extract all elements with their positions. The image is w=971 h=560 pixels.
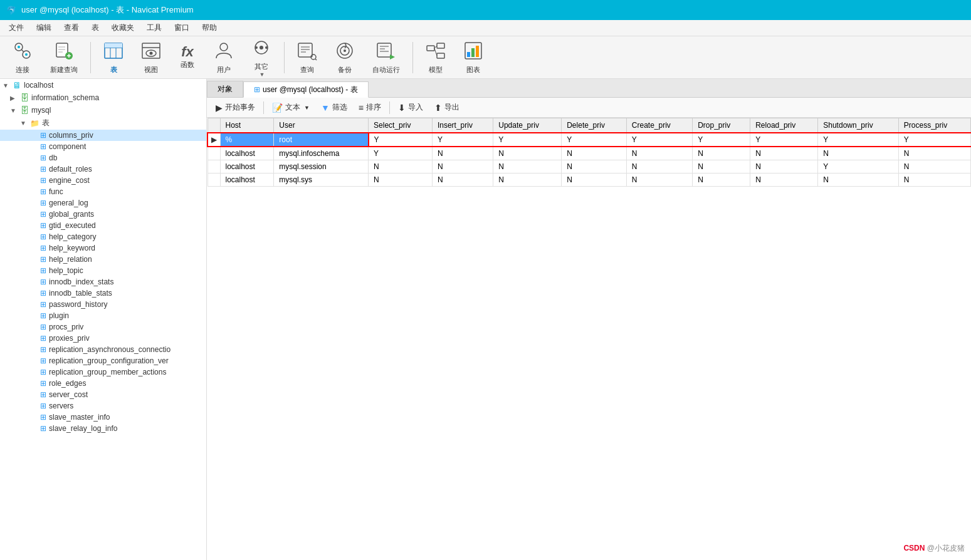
sidebar-item-global-grants[interactable]: ⊞ global_grants (0, 209, 206, 220)
table-cell[interactable]: mysql.sys (274, 174, 369, 187)
sidebar-item-proxies-priv[interactable]: ⊞ proxies_priv (0, 333, 206, 344)
toolbar-chart-btn[interactable]: 图表 (456, 38, 491, 77)
sidebar-item-role-edges[interactable]: ⊞ role_edges (0, 378, 206, 389)
toolbar-query-btn[interactable]: 查询 (290, 38, 325, 77)
sidebar-item-slave-master-info[interactable]: ⊞ slave_master_info (0, 412, 206, 423)
col-process-priv[interactable]: Process_priv (898, 118, 970, 133)
table-row[interactable]: localhostmysql.sysNNNNNNNNN (207, 174, 971, 187)
sidebar-item-help-keyword[interactable]: ⊞ help_keyword (0, 242, 206, 254)
table-cell[interactable]: N (898, 160, 970, 174)
table-cell[interactable]: N (369, 174, 433, 187)
col-delete-priv[interactable]: Delete_priv (562, 118, 627, 133)
sidebar-item-information-schema[interactable]: ▶ 🗄 information_schema (0, 91, 206, 104)
sidebar-item-localhost[interactable]: ▼ 🖥 localhost (0, 79, 206, 91)
sidebar-item-columns-priv[interactable]: ⊞ columns_priv (0, 130, 206, 141)
menu-table[interactable]: 表 (85, 21, 105, 34)
table-cell[interactable]: ▶ (207, 133, 220, 147)
table-cell[interactable]: N (750, 160, 818, 174)
table-cell[interactable] (207, 147, 220, 160)
sidebar-item-func[interactable]: ⊞ func (0, 186, 206, 197)
table-cell[interactable]: N (493, 160, 562, 174)
sidebar-item-help-category[interactable]: ⊞ help_category (0, 231, 206, 242)
export-btn[interactable]: ⬆ 导出 (429, 100, 465, 115)
menu-favorites[interactable]: 收藏夹 (105, 21, 140, 34)
table-cell[interactable]: N (493, 174, 562, 187)
toolbar-connect-btn[interactable]: 连接 (5, 38, 40, 77)
filter-btn[interactable]: ▼ 筛选 (316, 100, 352, 115)
sidebar-item-replication-async[interactable]: ⊞ replication_asynchronous_connectio (0, 344, 206, 355)
toolbar-view-btn[interactable]: 视图 (134, 38, 169, 77)
import-btn[interactable]: ⬇ 导入 (393, 100, 428, 115)
table-cell[interactable]: N (750, 147, 818, 160)
table-cell[interactable]: N (626, 160, 692, 174)
table-cell[interactable]: N (562, 147, 627, 160)
begin-transaction-btn[interactable]: ▶ 开始事务 (211, 100, 260, 115)
table-row[interactable]: localhostmysql.infoschemaYNNNNNNNN (207, 147, 971, 160)
table-cell[interactable]: Y (818, 133, 899, 147)
sidebar-item-plugin[interactable]: ⊞ plugin (0, 310, 206, 321)
sidebar-item-innodb-index-stats[interactable]: ⊞ innodb_index_stats (0, 276, 206, 288)
table-cell[interactable]: N (493, 147, 562, 160)
sidebar-item-general-log[interactable]: ⊞ general_log (0, 197, 206, 209)
tab-user-table[interactable]: ⊞ user @mysql (localhost) - 表 (243, 81, 369, 98)
sidebar-item-gtid-executed[interactable]: ⊞ gtid_executed (0, 220, 206, 231)
sidebar-item-db[interactable]: ⊞ db (0, 152, 206, 163)
table-cell[interactable]: Y (369, 133, 433, 147)
table-cell[interactable]: N (898, 174, 970, 187)
table-cell[interactable]: mysql.session (274, 160, 369, 174)
col-drop-priv[interactable]: Drop_priv (693, 118, 750, 133)
toolbar-autorun-btn[interactable]: 自动运行 (365, 38, 407, 77)
toolbar-table-btn[interactable]: 表 (96, 38, 131, 77)
sort-btn[interactable]: ≡ 排序 (354, 100, 386, 115)
sidebar-item-innodb-table-stats[interactable]: ⊞ innodb_table_stats (0, 288, 206, 299)
col-shutdown-priv[interactable]: Shutdown_priv (818, 118, 899, 133)
sidebar-item-server-cost[interactable]: ⊞ server_cost (0, 389, 206, 400)
table-cell[interactable]: N (432, 160, 493, 174)
menu-help[interactable]: 帮助 (196, 21, 223, 34)
table-cell[interactable]: N (693, 160, 750, 174)
sidebar-item-password-history[interactable]: ⊞ password_history (0, 299, 206, 310)
menu-file[interactable]: 文件 (3, 21, 30, 34)
table-cell[interactable]: N (693, 174, 750, 187)
toolbar-other-btn[interactable]: 其它 ▼ (244, 35, 279, 80)
menu-edit[interactable]: 编辑 (30, 21, 58, 34)
table-cell[interactable]: N (432, 147, 493, 160)
table-cell[interactable]: Y (898, 133, 970, 147)
table-cell[interactable]: localhost (220, 147, 274, 160)
table-cell[interactable]: Y (626, 133, 692, 147)
table-cell[interactable]: N (818, 174, 899, 187)
tab-objects[interactable]: 对象 (207, 81, 243, 97)
sidebar-item-replication-group-config[interactable]: ⊞ replication_group_configuration_ver (0, 355, 206, 366)
table-cell[interactable]: localhost (220, 160, 274, 174)
table-cell[interactable]: Y (750, 133, 818, 147)
menu-window[interactable]: 窗口 (168, 21, 196, 34)
table-cell[interactable]: N (369, 160, 433, 174)
table-cell[interactable]: N (818, 147, 899, 160)
toolbar-function-btn[interactable]: fx 函数 (171, 43, 204, 72)
table-cell[interactable]: N (562, 160, 627, 174)
table-cell[interactable]: N (898, 147, 970, 160)
table-cell[interactable]: Y (562, 133, 627, 147)
table-cell[interactable]: N (750, 174, 818, 187)
sidebar-item-component[interactable]: ⊞ component (0, 141, 206, 152)
table-cell[interactable]: Y (693, 133, 750, 147)
toolbar-user-btn[interactable]: 用户 (206, 38, 241, 77)
sidebar-item-engine-cost[interactable]: ⊞ engine_cost (0, 175, 206, 186)
table-cell[interactable]: N (626, 147, 692, 160)
sidebar-item-procs-priv[interactable]: ⊞ procs_priv (0, 321, 206, 333)
col-select-priv[interactable]: Select_priv (369, 118, 433, 133)
table-cell[interactable]: % (220, 133, 274, 147)
col-insert-priv[interactable]: Insert_priv (432, 118, 493, 133)
table-cell[interactable]: Y (369, 147, 433, 160)
table-cell[interactable]: N (693, 147, 750, 160)
sidebar-item-tables[interactable]: ▼ 📁 表 (0, 117, 206, 130)
table-cell[interactable]: Y (493, 133, 562, 147)
table-cell[interactable]: Y (818, 160, 899, 174)
col-reload-priv[interactable]: Reload_priv (750, 118, 818, 133)
col-host[interactable]: Host (220, 118, 274, 133)
table-cell[interactable]: N (562, 174, 627, 187)
table-wrapper[interactable]: Host User Select_priv Insert_priv Update… (207, 118, 971, 560)
sidebar-item-replication-group-member[interactable]: ⊞ replication_group_member_actions (0, 366, 206, 378)
col-create-priv[interactable]: Create_priv (626, 118, 692, 133)
menu-tools[interactable]: 工具 (140, 21, 168, 34)
